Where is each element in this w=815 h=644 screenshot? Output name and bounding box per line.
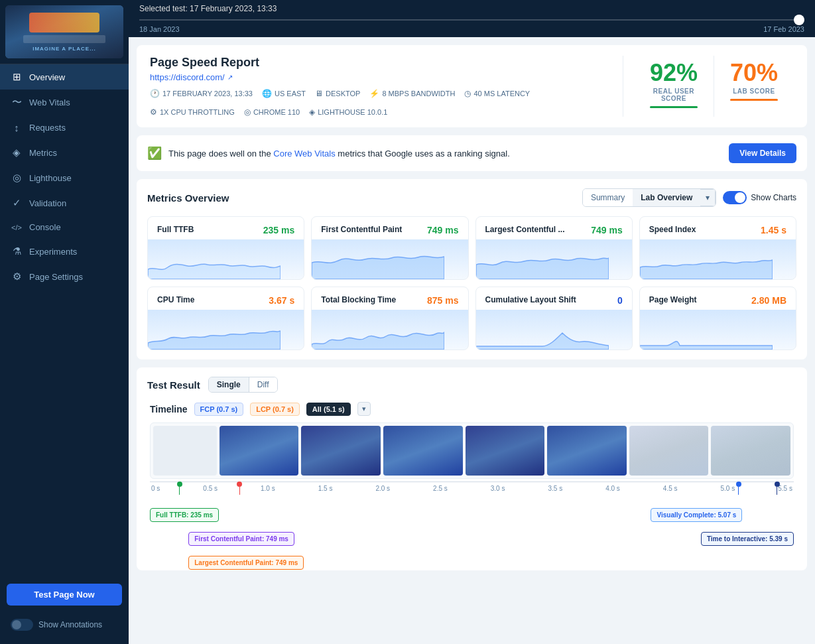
metric-chart <box>312 310 468 350</box>
meta-region: 🌐 US EAST <box>262 89 306 98</box>
tab-single[interactable]: Single <box>209 377 249 392</box>
annotation-lcp: Largest Contentful Paint: 749 ms <box>188 556 304 570</box>
timeline-date-start: 18 Jan 2023 <box>139 25 180 33</box>
all-badge-btn[interactable]: All (5.1 s) <box>306 403 351 416</box>
annotation-visually-complete: Visually Complete: 5.07 s <box>651 508 742 522</box>
nav-experiments[interactable]: ⚗ Experiments <box>0 239 129 264</box>
timeline-ruler: 0 s 0.5 s 1.0 s 1.5 s 2.0 s 2.5 s 3.0 s … <box>150 482 794 505</box>
timeline-thumb[interactable] <box>794 15 804 25</box>
filmstrip-frame-0 <box>153 426 217 476</box>
timeline-track[interactable] <box>139 16 804 24</box>
nav-metrics[interactable]: ◈ Metrics <box>0 140 129 165</box>
lab-score-bar <box>730 99 778 101</box>
marker-visually-complete <box>736 482 741 495</box>
desktop-icon: 🖥 <box>315 89 323 98</box>
metric-value: 1.45 s <box>761 225 786 235</box>
logo-image: IMAGINE A PLACE... <box>5 5 123 58</box>
browser-icon: ◎ <box>244 107 251 117</box>
metric-chart <box>148 239 304 279</box>
tab-diff[interactable]: Diff <box>249 377 277 392</box>
test-result-section: Test Result Single Diff Timeline FCP (0.… <box>137 367 807 570</box>
metrics-section-title: Metrics Overview <box>147 192 229 204</box>
scores-container: 92% REAL USERSCORE 70% LAB SCORE <box>623 56 794 117</box>
cwv-left: ✅ This page does well on the Core Web Vi… <box>147 146 510 161</box>
metric-chart <box>640 310 796 350</box>
metric-chart <box>148 310 304 350</box>
view-details-button[interactable]: View Details <box>729 143 796 163</box>
clock-icon: 🕐 <box>150 89 160 98</box>
timeline-date-end: 17 Feb 2023 <box>763 25 804 33</box>
lab-overview-btn[interactable]: Lab Overview <box>633 189 700 206</box>
metrics-dropdown-btn[interactable]: ▾ <box>700 189 716 206</box>
show-charts-toggle: Show Charts <box>723 191 796 204</box>
metrics-header: Metrics Overview Summary Lab Overview ▾ … <box>147 188 796 207</box>
lcp-badge-btn[interactable]: LCP (0.7 s) <box>250 403 300 416</box>
metrics-icon: ◈ <box>11 147 23 159</box>
metric-value: 875 ms <box>427 295 458 306</box>
metric-card-fcp[interactable]: First Contentful Paint 749 ms <box>311 216 468 280</box>
nav-requests[interactable]: ↕ Requests <box>0 115 129 140</box>
meta-device: 🖥 DESKTOP <box>315 89 360 98</box>
web-vitals-icon: 〜 <box>11 96 23 109</box>
meta-cpu: ⚙ 1X CPU THROTTLING <box>150 107 235 117</box>
cwv-link[interactable]: Core Web Vitals <box>273 149 338 159</box>
annotations-label: Show Annotations <box>38 620 102 629</box>
metric-value: 0 <box>617 295 623 306</box>
lighthouse-meta-icon: ◈ <box>309 107 315 117</box>
annotation-fcp: First Contentful Paint: 749 ms <box>188 532 294 546</box>
metrics-controls: Summary Lab Overview ▾ Show Charts <box>582 188 796 207</box>
metric-card-lcp[interactable]: Largest Contentful ... 749 ms <box>475 216 633 280</box>
nav-console[interactable]: </> Console <box>0 216 129 239</box>
timeline-dates: 18 Jan 2023 17 Feb 2023 <box>139 24 804 37</box>
metric-name: Full TTFB <box>157 225 194 234</box>
test-result-title: Test Result <box>147 379 200 391</box>
metric-value: 2.80 MB <box>751 295 786 306</box>
timeline-inner-header: Timeline FCP (0.7 s) LCP (0.7 s) All (5.… <box>150 402 794 416</box>
cwv-text: This page does well on the Core Web Vita… <box>168 149 510 159</box>
summary-btn[interactable]: Summary <box>583 189 633 206</box>
metric-card-tbt[interactable]: Total Blocking Time 875 ms <box>311 287 468 350</box>
show-charts-label: Show Charts <box>751 193 796 202</box>
metric-card-full-ttfb[interactable]: Full TTFB 235 ms <box>147 216 304 280</box>
nav-web-vitals[interactable]: 〜 Web Vitals <box>0 90 129 115</box>
filmstrip-frame-7 <box>711 426 790 476</box>
metric-chart <box>640 239 796 279</box>
metric-name: Page Weight <box>649 295 697 304</box>
show-charts-switch[interactable] <box>723 191 747 204</box>
fcp-badge-btn[interactable]: FCP (0.7 s) <box>194 403 244 416</box>
ruler-marks: 0 s 0.5 s 1.0 s 1.5 s 2.0 s 2.5 s 3.0 s … <box>150 485 794 492</box>
meta-date: 🕐 17 FEBRUARY 2023, 13:33 <box>150 89 253 98</box>
bandwidth-icon: ⚡ <box>369 89 379 98</box>
marker-fcp <box>237 482 242 495</box>
metric-chart <box>312 239 468 279</box>
metric-card-page-weight[interactable]: Page Weight 2.80 MB <box>639 287 796 350</box>
metrics-grid: Full TTFB 235 ms First Contentful Paint … <box>147 216 796 350</box>
metric-name: Speed Index <box>649 225 696 234</box>
nav-lighthouse[interactable]: ◎ Lighthouse <box>0 165 129 190</box>
metric-name: CPU Time <box>157 295 194 304</box>
metric-card-cls[interactable]: Cumulative Layout Shift 0 <box>475 287 633 350</box>
meta-browser: ◎ CHROME 110 <box>244 107 300 117</box>
marker-ttfb <box>177 482 182 495</box>
timeline-dropdown-btn[interactable]: ▾ <box>357 402 371 416</box>
nav-overview[interactable]: ⊞ Overview <box>0 64 129 90</box>
test-page-now-button[interactable]: Test Page Now <box>7 584 122 606</box>
report-url: https://discord.com/ ↗ <box>150 72 612 82</box>
metric-card-cpu-time[interactable]: CPU Time 3.67 s <box>147 287 304 350</box>
url-text[interactable]: https://discord.com/ <box>150 72 225 82</box>
nav-validation[interactable]: ✓ Validation <box>0 190 129 216</box>
real-user-score-box: 92% REAL USERSCORE <box>634 56 714 117</box>
main-panel: Selected test: 17 February 2023, 13:33 1… <box>129 0 815 644</box>
marker-tti <box>775 482 780 495</box>
meta-latency: ◷ 40 MS LATENCY <box>464 89 530 98</box>
timeline-inner-title: Timeline <box>150 404 188 415</box>
metrics-section: Metrics Overview Summary Lab Overview ▾ … <box>137 179 807 359</box>
annotation-tti: Time to Interactive: 5.39 s <box>701 532 794 546</box>
real-user-score-label: REAL USERSCORE <box>650 88 698 102</box>
real-user-score-value: 92% <box>650 61 698 85</box>
nav-page-settings[interactable]: ⚙ Page Settings <box>0 264 129 289</box>
annotations-toggle[interactable] <box>11 619 33 631</box>
meta-lighthouse: ◈ LIGHTHOUSE 10.0.1 <box>309 107 387 117</box>
metric-value: 235 ms <box>263 225 294 235</box>
metric-card-speed-index[interactable]: Speed Index 1.45 s <box>639 216 796 280</box>
